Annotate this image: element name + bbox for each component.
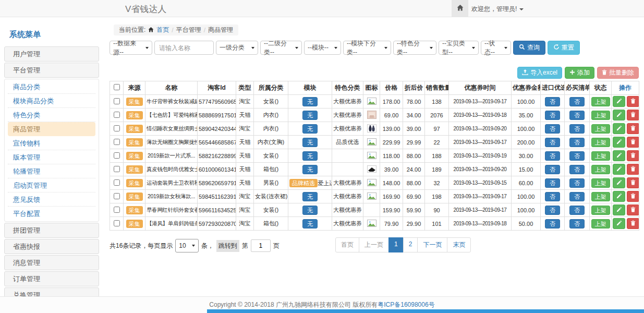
search-button[interactable]: 查询	[513, 41, 545, 55]
delete-button[interactable]	[627, 123, 639, 134]
edit-button[interactable]	[613, 218, 625, 229]
edit-button[interactable]	[613, 150, 625, 161]
delete-button[interactable]	[627, 164, 639, 175]
must-buy-toggle[interactable]: 否	[569, 97, 585, 106]
add-button[interactable]: 添加	[565, 67, 594, 79]
filter-select-data-source[interactable]: --数据来源--	[110, 41, 152, 55]
edit-button[interactable]	[613, 204, 625, 215]
pagination-page-1[interactable]: 1	[388, 237, 404, 252]
pagination-page-2[interactable]: 2	[403, 237, 418, 252]
must-buy-toggle[interactable]: 否	[569, 124, 585, 134]
row-checkbox[interactable]	[114, 125, 120, 131]
must-buy-toggle[interactable]: 否	[569, 111, 585, 120]
sidebar-item-saving-news[interactable]: 省惠快报	[4, 239, 99, 254]
row-checkbox[interactable]	[114, 166, 120, 172]
status-badge[interactable]: 上架	[591, 192, 610, 201]
sidebar-subitem-goods-category[interactable]: 商品分类	[8, 80, 95, 94]
status-badge[interactable]: 上架	[591, 111, 610, 120]
import-select-toggle[interactable]: 否	[545, 111, 560, 120]
row-checkbox[interactable]	[114, 207, 120, 213]
sidebar-subitem-promo-material[interactable]: 宣传物料	[8, 136, 95, 150]
delete-button[interactable]	[627, 218, 639, 229]
must-buy-toggle[interactable]: 否	[569, 138, 585, 147]
row-checkbox[interactable]	[114, 139, 120, 145]
filter-select-category-level1[interactable]: 一级分类	[216, 41, 258, 55]
filter-input-name[interactable]	[154, 41, 214, 55]
import-select-toggle[interactable]: 否	[545, 219, 560, 228]
breadcrumb-home-link[interactable]: 首页	[156, 26, 169, 34]
sidebar-subitem-feedback[interactable]: 意见反馈	[8, 192, 95, 207]
batch-delete-button[interactable]: 批量删除	[597, 67, 639, 79]
import-select-toggle[interactable]: 否	[545, 206, 560, 215]
sidebar-subitem-feature-category[interactable]: 特色分类	[8, 108, 95, 122]
sidebar-item-order-management[interactable]: 订单管理	[4, 271, 99, 286]
module-none-badge[interactable]: 无	[302, 151, 318, 161]
delete-button[interactable]	[627, 204, 639, 215]
row-checkbox[interactable]	[114, 179, 120, 186]
per-page-select[interactable]: 10	[175, 239, 198, 252]
sidebar-subitem-carousel-management[interactable]: 轮播管理	[8, 164, 95, 178]
filter-select-module-sub-category[interactable]: --模块下分类--	[343, 41, 391, 55]
row-checkbox[interactable]	[114, 152, 120, 159]
must-buy-toggle[interactable]: 否	[569, 151, 585, 161]
status-badge[interactable]: 上架	[591, 151, 610, 161]
must-buy-toggle[interactable]: 否	[569, 192, 585, 201]
edit-button[interactable]	[613, 137, 625, 148]
pagination-last[interactable]: 末页	[447, 237, 471, 252]
filter-select-item-type[interactable]: --宝贝类型--	[439, 41, 479, 55]
module-none-badge[interactable]: 无	[302, 192, 318, 201]
row-checkbox[interactable]	[114, 220, 120, 226]
edit-button[interactable]	[613, 177, 625, 188]
sidebar-subitem-version-management[interactable]: 版本管理	[8, 150, 95, 164]
filter-select-module[interactable]: --模块--	[304, 41, 341, 55]
edit-button[interactable]	[613, 110, 625, 121]
edit-button[interactable]	[613, 191, 625, 202]
sidebar-item-platform-management[interactable]: 平台管理	[4, 63, 99, 78]
module-none-badge[interactable]: 无	[302, 138, 318, 147]
filter-select-feature-category[interactable]: --特色分类--	[393, 41, 436, 55]
delete-button[interactable]	[627, 96, 639, 107]
must-buy-toggle[interactable]: 否	[569, 206, 585, 215]
module-none-badge[interactable]: 无	[302, 124, 318, 134]
row-checkbox[interactable]	[114, 193, 120, 199]
sidebar-item-group-buy-management[interactable]: 拼团管理	[4, 223, 99, 238]
sidebar-subitem-splash-management[interactable]: 启动页管理	[8, 178, 95, 192]
status-badge[interactable]: 上架	[591, 206, 610, 215]
module-none-badge[interactable]: 无	[302, 111, 318, 120]
import-select-toggle[interactable]: 否	[545, 124, 560, 134]
select-all-checkbox[interactable]	[114, 84, 120, 90]
sidebar-subitem-goods-management[interactable]: 商品管理	[8, 122, 95, 136]
row-checkbox[interactable]	[114, 98, 120, 104]
delete-button[interactable]	[627, 191, 639, 202]
module-none-badge[interactable]: 无	[302, 165, 318, 174]
status-badge[interactable]: 上架	[591, 97, 610, 106]
edit-button[interactable]	[613, 123, 625, 134]
delete-button[interactable]	[627, 150, 639, 161]
filter-select-category-level2[interactable]: --二级分类--	[260, 41, 302, 55]
user-menu[interactable]: 欢迎您，管理员!	[471, 5, 524, 14]
sidebar-subitem-platform-config[interactable]: 平台配置	[8, 207, 95, 221]
import-excel-button[interactable]: 导入excel	[517, 67, 562, 79]
filter-select-status[interactable]: --状态--	[481, 41, 511, 55]
import-select-toggle[interactable]: 否	[545, 97, 560, 106]
status-badge[interactable]: 上架	[591, 124, 610, 134]
pagination-next[interactable]: 下一页	[417, 237, 447, 252]
import-select-toggle[interactable]: 否	[545, 178, 560, 188]
import-select-toggle[interactable]: 否	[545, 165, 560, 174]
status-badge[interactable]: 上架	[591, 219, 610, 228]
reset-button[interactable]: 重置	[548, 41, 580, 55]
row-checkbox[interactable]	[114, 112, 120, 118]
delete-button[interactable]	[627, 137, 639, 148]
import-select-toggle[interactable]: 否	[545, 151, 560, 161]
sidebar-subitem-module-goods-category[interactable]: 模块商品分类	[8, 94, 95, 108]
status-badge[interactable]: 上架	[591, 138, 610, 147]
sidebar-item-user-management[interactable]: 用户管理	[4, 46, 99, 62]
jump-page-input[interactable]	[251, 239, 271, 252]
module-none-badge[interactable]: 无	[302, 219, 318, 228]
edit-button[interactable]	[613, 164, 625, 175]
home-button[interactable]	[452, 0, 468, 17]
must-buy-toggle[interactable]: 否	[569, 165, 585, 174]
delete-button[interactable]	[627, 110, 639, 121]
import-select-toggle[interactable]: 否	[545, 192, 560, 201]
delete-button[interactable]	[627, 177, 639, 188]
